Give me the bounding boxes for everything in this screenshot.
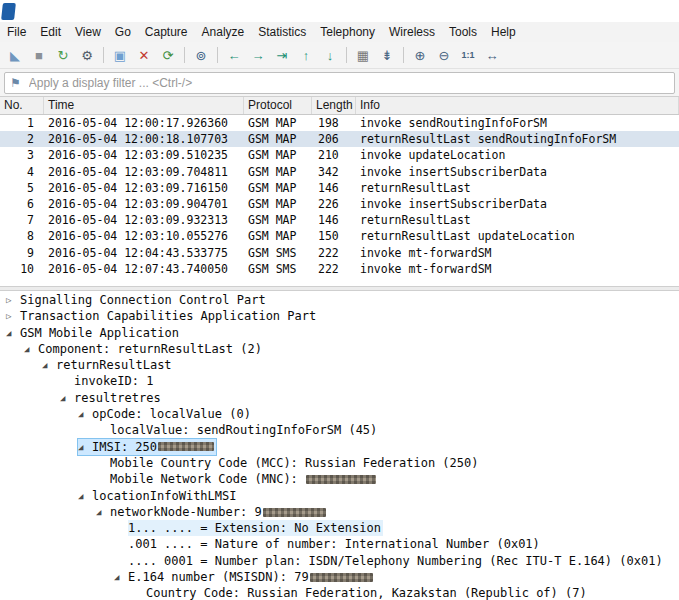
tree-row[interactable]: ◢IMSI: 250	[0, 439, 679, 455]
tree-row-text: .... 0001 = Number plan: ISDN/Telephony …	[128, 553, 663, 569]
expanded-arrow-icon[interactable]: ◢	[78, 406, 92, 422]
tree-row[interactable]: ◢E.164 number (MSISDN): 79	[0, 569, 679, 585]
expanded-arrow-icon[interactable]: ◢	[6, 325, 20, 341]
expanded-arrow-icon[interactable]: ◢	[96, 504, 110, 520]
expanded-arrow-icon[interactable]: ◢	[114, 569, 128, 585]
packet-row[interactable]: 12016-05-04 12:00:17.926360GSM MAP198inv…	[0, 115, 679, 131]
packet-cell-protocol: GSM MAP	[244, 228, 312, 244]
column-header-info[interactable]: Info	[356, 97, 679, 114]
tree-row[interactable]: Mobile Network Code (MNC):	[0, 471, 679, 487]
filter-bookmark-icon[interactable]: ⚑	[10, 77, 21, 89]
menu-item-edit[interactable]: Edit	[33, 22, 68, 42]
tree-row-label: ◢GSM Mobile Application	[6, 325, 181, 341]
stop-capture-icon[interactable]: ■	[28, 45, 50, 65]
tree-row[interactable]: ▷Transaction Capabilities Application Pa…	[0, 308, 679, 324]
capture-options-icon[interactable]: ⚙	[76, 45, 98, 65]
tree-row[interactable]: .001 .... = Nature of number: Internatio…	[0, 536, 679, 552]
tree-row[interactable]: 1... .... = Extension: No Extension	[0, 520, 679, 536]
packet-cell-no: 9	[0, 245, 44, 261]
tree-row[interactable]: invokeID: 1	[0, 373, 679, 389]
packet-row[interactable]: 72016-05-04 12:03:09.932313GSM MAP146ret…	[0, 212, 679, 228]
go-back-icon[interactable]: ←	[223, 45, 245, 65]
tree-row[interactable]: ◢Component: returnResultLast (2)	[0, 341, 679, 357]
collapsed-arrow-icon[interactable]: ▷	[6, 292, 20, 308]
packet-cell-length: 146	[312, 212, 356, 228]
go-to-packet-icon[interactable]: ⇥	[271, 45, 293, 65]
menu-item-capture[interactable]: Capture	[138, 22, 195, 42]
tree-row-text: .001 .... = Nature of number: Internatio…	[128, 536, 540, 552]
packet-row[interactable]: 82016-05-04 12:03:10.055276GSM MAP150ret…	[0, 228, 679, 244]
packet-row[interactable]: 92016-05-04 12:04:43.533775GSM SMS222inv…	[0, 245, 679, 261]
packet-row[interactable]: 22016-05-04 12:00:18.107703GSM MAP206ret…	[0, 131, 679, 147]
packet-cell-length: 222	[312, 245, 356, 261]
find-packet-icon[interactable]: ⊚	[190, 45, 212, 65]
collapsed-arrow-icon[interactable]: ▷	[6, 308, 20, 324]
column-header-length[interactable]: Length	[312, 97, 356, 114]
menu-item-help[interactable]: Help	[484, 22, 523, 42]
go-last-packet-icon[interactable]: ↓	[319, 45, 341, 65]
tree-row-label: .... 0001 = Number plan: ISDN/Telephony …	[128, 553, 665, 569]
colorize-packets-icon[interactable]: ▦	[352, 45, 374, 65]
open-file-icon[interactable]: ▣	[109, 45, 131, 65]
tree-row[interactable]: ▷Signalling Connection Control Part	[0, 292, 679, 308]
expanded-arrow-icon[interactable]: ◢	[24, 341, 38, 357]
menu-item-file[interactable]: File	[0, 22, 33, 42]
tree-row-label: Mobile Country Code (MCC): Russian Feder…	[110, 455, 480, 471]
toolbar-separator	[103, 47, 104, 63]
auto-scroll-icon[interactable]: ⇟	[376, 45, 398, 65]
zoom-in-icon[interactable]: ⊕	[409, 45, 431, 65]
redacted-text	[310, 573, 373, 582]
reload-file-icon[interactable]: ⟳	[157, 45, 179, 65]
start-capture-icon[interactable]: ◣	[4, 45, 26, 65]
packet-cell-info: invoke updateLocation	[356, 147, 679, 163]
close-file-icon[interactable]: ✕	[133, 45, 155, 65]
packet-row[interactable]: 102016-05-04 12:07:43.740050GSM SMS222in…	[0, 261, 679, 277]
expanded-arrow-icon[interactable]: ◢	[78, 488, 92, 504]
zoom-out-icon[interactable]: ⊖	[433, 45, 455, 65]
packet-cell-time: 2016-05-04 12:03:09.716150	[44, 180, 244, 196]
tree-row[interactable]: ◢resultretres	[0, 390, 679, 406]
tree-row[interactable]: ◢returnResultLast	[0, 357, 679, 373]
resize-columns-icon[interactable]: ↔	[481, 45, 503, 65]
column-header-time[interactable]: Time	[44, 97, 244, 114]
menu-item-wireless[interactable]: Wireless	[382, 22, 442, 42]
restart-capture-icon[interactable]: ↻	[52, 45, 74, 65]
packet-cell-no: 5	[0, 180, 44, 196]
menu-item-view[interactable]: View	[68, 22, 108, 42]
tree-row[interactable]: ◢networkNode-Number: 9	[0, 504, 679, 520]
menu-item-statistics[interactable]: Statistics	[251, 22, 313, 42]
tree-row[interactable]: ◢locationInfoWithLMSI	[0, 488, 679, 504]
tree-row[interactable]: Mobile Country Code (MCC): Russian Feder…	[0, 455, 679, 471]
packet-row[interactable]: 42016-05-04 12:03:09.704811GSM MAP342inv…	[0, 164, 679, 180]
packet-row[interactable]: 32016-05-04 12:03:09.510235GSM MAP210inv…	[0, 147, 679, 163]
column-header-no[interactable]: No.	[0, 97, 44, 114]
menu-item-telephony[interactable]: Telephony	[313, 22, 382, 42]
packet-cell-protocol: GSM MAP	[244, 147, 312, 163]
packet-row[interactable]: 52016-05-04 12:03:09.716150GSM MAP146ret…	[0, 180, 679, 196]
column-header-protocol[interactable]: Protocol	[244, 97, 312, 114]
tree-row[interactable]: ◢opCode: localValue (0)	[0, 406, 679, 422]
tree-row[interactable]: localValue: sendRoutingInfoForSM (45)	[0, 422, 679, 438]
filter-bar: ⚑	[0, 69, 679, 97]
packet-row[interactable]: 62016-05-04 12:03:09.904701GSM MAP226inv…	[0, 196, 679, 212]
packet-cell-no: 1	[0, 115, 44, 131]
menu-item-go[interactable]: Go	[108, 22, 138, 42]
tree-row-text: opCode: localValue (0)	[92, 406, 251, 422]
display-filter-input[interactable]	[27, 75, 674, 91]
menu-item-tools[interactable]: Tools	[442, 22, 484, 42]
wireshark-logo-icon	[1, 3, 16, 20]
expanded-arrow-icon[interactable]: ◢	[78, 439, 92, 455]
tree-row[interactable]: Country Code: Russian Federation, Kazaks…	[0, 585, 679, 600]
go-forward-icon[interactable]: →	[247, 45, 269, 65]
packet-cell-info: invoke sendRoutingInfoForSM	[356, 115, 679, 131]
expanded-arrow-icon[interactable]: ◢	[42, 357, 56, 373]
go-first-packet-icon[interactable]: ↑	[295, 45, 317, 65]
tree-row[interactable]: .... 0001 = Number plan: ISDN/Telephony …	[0, 553, 679, 569]
tree-row-text: resultretres	[74, 390, 161, 406]
tree-row-text: Country Code: Russian Federation, Kazaks…	[146, 585, 587, 600]
expanded-arrow-icon[interactable]: ◢	[60, 390, 74, 406]
tree-row[interactable]: ◢GSM Mobile Application	[0, 325, 679, 341]
display-filter-field[interactable]: ⚑	[4, 72, 675, 94]
menu-item-analyze[interactable]: Analyze	[195, 22, 252, 42]
zoom-original-icon[interactable]: 1:1	[457, 45, 479, 65]
